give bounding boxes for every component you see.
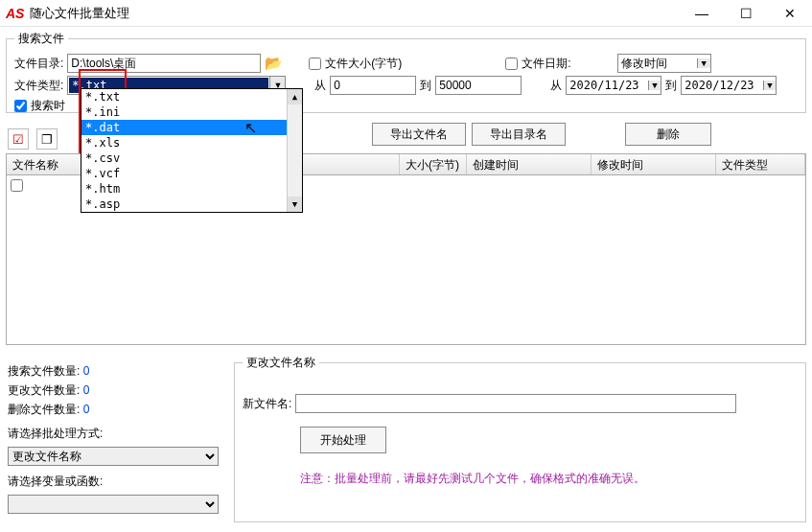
rename-group: 更改文件名称 新文件名: 开始处理 注意：批量处理前，请最好先测试几个文件，确保… bbox=[234, 355, 806, 522]
date-type-selected: 修改时间 bbox=[618, 56, 670, 72]
search-count: 0 bbox=[83, 364, 90, 378]
rename-legend: 更改文件名称 bbox=[243, 355, 319, 371]
type-option[interactable]: *.csv bbox=[81, 150, 302, 166]
close-button[interactable]: ✕ bbox=[768, 0, 812, 27]
minimize-button[interactable]: — bbox=[680, 0, 724, 27]
type-option[interactable]: *.htm bbox=[81, 181, 302, 197]
date-from-value: 2020/11/23 bbox=[567, 79, 641, 92]
copy-icon[interactable]: ❐ bbox=[36, 128, 58, 150]
dropdown-scrollbar[interactable]: ▲ ▼ bbox=[287, 89, 302, 212]
col-size[interactable]: 大小(字节) bbox=[400, 154, 467, 174]
size-check[interactable]: 文件大小(字节) bbox=[309, 56, 402, 72]
export-dirname-button[interactable]: 导出目录名 bbox=[472, 123, 566, 146]
delete-count-label: 删除文件数量: bbox=[8, 403, 80, 416]
size-from-label: 从 bbox=[314, 78, 326, 94]
search-legend: 搜索文件 bbox=[14, 31, 68, 47]
date-check-label: 文件日期: bbox=[522, 56, 570, 72]
var-label: 请选择变量或函数: bbox=[8, 474, 103, 488]
method-combo[interactable]: 更改文件名称 bbox=[8, 447, 219, 466]
col-created[interactable]: 创建时间 bbox=[467, 154, 592, 174]
new-name-label: 新文件名: bbox=[243, 396, 291, 412]
export-filename-button[interactable]: 导出文件名 bbox=[372, 123, 466, 146]
chevron-down-icon: ▼ bbox=[648, 81, 661, 90]
app-logo: AS bbox=[6, 6, 24, 21]
date-from-label: 从 bbox=[550, 78, 562, 94]
date-to-combo[interactable]: 2020/12/23▼ bbox=[681, 76, 777, 95]
start-button[interactable]: 开始处理 bbox=[300, 427, 386, 453]
date-type-combo[interactable]: 修改时间 ▼ bbox=[617, 54, 711, 73]
date-from-combo[interactable]: 2020/11/23▼ bbox=[566, 76, 661, 95]
change-count: 0 bbox=[83, 383, 90, 397]
delete-count: 0 bbox=[83, 403, 90, 416]
col-modified[interactable]: 修改时间 bbox=[592, 154, 716, 174]
method-label: 请选择批处理方式: bbox=[8, 427, 103, 440]
row-checkbox[interactable] bbox=[11, 179, 23, 192]
chevron-down-icon: ▼ bbox=[697, 58, 710, 68]
window-title: 随心文件批量处理 bbox=[30, 5, 680, 22]
type-option[interactable]: *.txt bbox=[81, 89, 302, 104]
date-check[interactable]: 文件日期: bbox=[505, 56, 570, 72]
dir-input[interactable] bbox=[67, 54, 261, 73]
scroll-up-icon[interactable]: ▲ bbox=[288, 89, 302, 104]
delete-button[interactable]: 删除 bbox=[625, 123, 711, 146]
include-time-check[interactable]: 搜索时 bbox=[14, 98, 65, 114]
size-checkbox[interactable] bbox=[309, 58, 321, 70]
include-time-label: 搜索时 bbox=[31, 98, 65, 114]
size-check-label: 文件大小(字节) bbox=[325, 56, 402, 72]
new-name-input[interactable] bbox=[295, 394, 736, 413]
table-row[interactable] bbox=[11, 181, 23, 195]
type-dropdown-list[interactable]: *.txt *.ini *.dat *.xls *.csv *.vcf *.ht… bbox=[81, 88, 303, 213]
browse-folder-icon[interactable]: 📂 bbox=[265, 55, 282, 72]
col-type[interactable]: 文件类型 bbox=[716, 154, 805, 174]
scroll-down-icon[interactable]: ▼ bbox=[288, 197, 302, 212]
include-time-checkbox[interactable] bbox=[14, 100, 27, 112]
date-checkbox[interactable] bbox=[505, 58, 518, 70]
checked-list-icon[interactable]: ☑ bbox=[8, 128, 29, 150]
type-option[interactable]: *.xls bbox=[81, 135, 302, 150]
chevron-down-icon: ▼ bbox=[763, 81, 777, 90]
var-combo[interactable] bbox=[8, 495, 219, 514]
size-to-input[interactable] bbox=[435, 76, 522, 95]
date-to-value: 2020/12/23 bbox=[682, 79, 756, 92]
type-label: 文件类型: bbox=[14, 78, 63, 94]
type-option[interactable]: *.vcf bbox=[81, 166, 302, 181]
type-option[interactable]: *.ini bbox=[81, 104, 302, 120]
type-option[interactable]: *.asp bbox=[81, 197, 302, 212]
date-to-label: 到 bbox=[665, 78, 677, 94]
size-to-label: 到 bbox=[420, 78, 431, 94]
stats-panel: 搜索文件数量: 0 更改文件数量: 0 删除文件数量: 0 请选择批处理方式: … bbox=[0, 355, 234, 532]
maximize-button[interactable]: ☐ bbox=[724, 0, 768, 27]
change-count-label: 更改文件数量: bbox=[8, 383, 80, 397]
size-from-input[interactable] bbox=[330, 76, 416, 95]
dir-label: 文件目录: bbox=[14, 56, 63, 72]
type-option[interactable]: *.dat bbox=[81, 120, 302, 135]
search-count-label: 搜索文件数量: bbox=[8, 364, 80, 378]
note-text: 注意：批量处理前，请最好先测试几个文件，确保格式的准确无误。 bbox=[243, 471, 798, 487]
